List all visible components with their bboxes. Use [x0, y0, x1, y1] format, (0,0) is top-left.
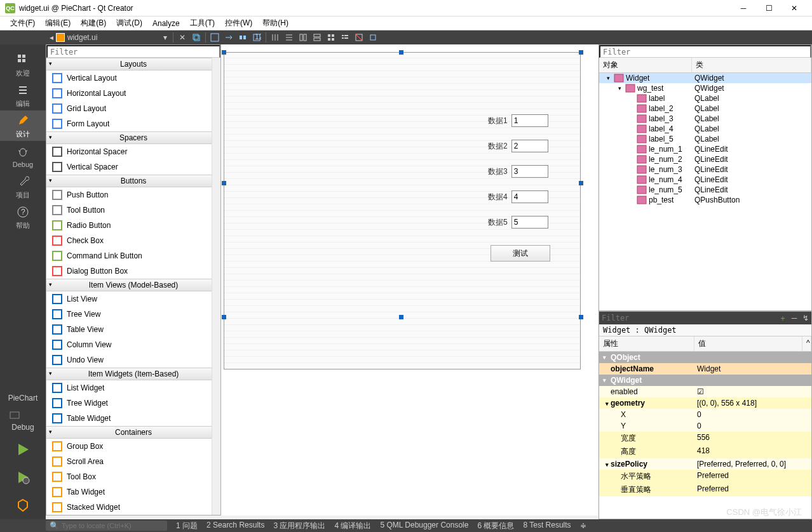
object-row[interactable]: label_4QLabel [599, 124, 811, 134]
mode-设计[interactable]: 设计 [0, 110, 46, 141]
resize-handle[interactable] [222, 50, 226, 55]
status-pane-item[interactable]: 5 QML Debugger Console [380, 521, 468, 531]
widget-item[interactable]: Tab Widget [46, 484, 220, 500]
widget-item[interactable]: Vertical Spacer [46, 159, 220, 175]
object-row[interactable]: label_5QLabel [599, 134, 811, 144]
property-row[interactable]: 垂直策略Preferred [599, 483, 811, 496]
mode-编辑[interactable]: 编辑 [0, 80, 46, 110]
copy-icon[interactable] [190, 32, 203, 43]
status-pane-item[interactable]: 8 Test Results [523, 521, 571, 531]
property-row[interactable]: Y0 [599, 420, 811, 432]
property-row[interactable]: 高度418 [599, 445, 811, 458]
category-header[interactable]: ▾Item Views (Model-Based) [46, 279, 220, 291]
layout-form-icon[interactable] [339, 32, 351, 43]
widget-item[interactable]: Check Box [46, 233, 220, 248]
line-edit[interactable] [511, 216, 548, 229]
resize-handle[interactable] [222, 315, 226, 319]
category-header[interactable]: ▾Buttons [46, 175, 220, 187]
break-layout-icon[interactable] [353, 32, 365, 43]
object-row[interactable]: ▾WidgetQWidget [599, 73, 811, 83]
edit-tabs-icon[interactable]: 12 [250, 32, 263, 43]
widget-item[interactable]: Tool Button [46, 203, 220, 218]
status-pane-item[interactable]: 2 Search Results [206, 521, 264, 531]
property-value[interactable]: Preferred [694, 484, 811, 495]
widget-item[interactable]: Undo View [46, 352, 220, 368]
category-header[interactable]: ▾Layouts [46, 58, 220, 70]
remove-property-icon[interactable]: ─ [788, 312, 800, 324]
minimize-button[interactable]: ─ [731, 0, 756, 17]
resize-handle[interactable] [579, 315, 583, 319]
property-value[interactable]: [(0, 0), 556 x 418] [694, 399, 811, 408]
run-button[interactable] [11, 438, 34, 461]
dropdown-icon[interactable]: ▾ [163, 33, 167, 42]
close-tab-button[interactable]: ✕ [176, 32, 189, 43]
line-edit[interactable] [511, 165, 548, 178]
property-list[interactable]: ▾QObjectobjectNameWidget▾QWidgetenabled☑… [599, 352, 811, 496]
inspector-filter-input[interactable] [599, 45, 811, 58]
widget-item[interactable]: Command Link Button [46, 248, 220, 263]
widget-item[interactable]: Grid Layout [46, 101, 220, 116]
category-header[interactable]: ▾Item Widgets (Item-Based) [46, 368, 220, 380]
locator[interactable]: 🔍 [46, 521, 167, 531]
object-tree[interactable]: ▾WidgetQWidget▾wg_testQWidgetlabelQLabel… [599, 73, 811, 205]
settings-icon[interactable]: ↯ [800, 312, 811, 324]
property-row[interactable]: ▾geometry[(0, 0), 556 x 418] [599, 397, 811, 409]
mode-帮助[interactable]: ?帮助 [0, 202, 46, 232]
property-value[interactable]: 418 [694, 446, 811, 457]
object-row[interactable]: ▾wg_testQWidget [599, 83, 811, 93]
widget-item[interactable]: Tree View [46, 307, 220, 322]
category-header[interactable]: ▾Spacers [46, 131, 220, 144]
edit-widgets-icon[interactable] [208, 32, 221, 43]
layout-h-icon[interactable] [269, 32, 281, 43]
resize-handle[interactable] [222, 181, 226, 185]
object-row[interactable]: le_num_2QLineEdit [599, 154, 811, 164]
widget-item[interactable]: Tool Box [46, 469, 220, 484]
widget-item[interactable]: Group Box [46, 439, 220, 454]
property-row[interactable]: ▾sizePolicy[Preferred, Preferred, 0, 0] [599, 458, 811, 470]
form-canvas[interactable]: 数据1数据2数据3数据4数据5 测试 [221, 44, 598, 515]
mode-项目[interactable]: 项目 [0, 171, 46, 202]
property-value[interactable]: 0 [694, 410, 811, 419]
property-row[interactable]: enabled☑ [599, 386, 811, 397]
resize-handle[interactable] [579, 181, 583, 185]
status-pane-item[interactable]: 6 概要信息 [477, 521, 514, 531]
mode-欢迎[interactable]: 欢迎 [0, 50, 46, 80]
resize-handle[interactable] [399, 50, 403, 55]
layout-v-icon[interactable] [283, 32, 295, 43]
line-edit[interactable] [511, 140, 548, 152]
object-row[interactable]: le_num_3QLineEdit [599, 164, 811, 175]
kit-name[interactable]: PieChart [8, 394, 38, 402]
scroll-arrow-icon[interactable]: ^ [802, 336, 811, 351]
property-row[interactable]: X0 [599, 409, 811, 420]
status-pane-item[interactable]: 4 编译输出 [334, 521, 371, 531]
scrollbar[interactable] [212, 58, 220, 515]
property-row[interactable]: 水平策略Preferred [599, 470, 811, 483]
property-row[interactable]: 宽度556 [599, 432, 811, 445]
menu-item[interactable]: 工具(T) [185, 17, 220, 30]
widget-item[interactable]: Vertical Layout [46, 70, 220, 86]
layout-vsplit-icon[interactable] [311, 32, 323, 43]
menu-item[interactable]: 帮助(H) [257, 17, 294, 30]
widget-item[interactable]: Dialog Button Box [46, 263, 220, 279]
widget-item[interactable]: Scroll Area [46, 454, 220, 469]
edit-signals-icon[interactable] [222, 32, 235, 43]
property-value[interactable]: ☑ [694, 387, 811, 396]
widget-item[interactable]: Push Button [46, 187, 220, 203]
widget-item[interactable]: Stacked Widget [46, 500, 220, 515]
adjust-size-icon[interactable] [367, 32, 379, 43]
property-value[interactable]: [Preferred, Preferred, 0, 0] [694, 460, 811, 469]
locator-input[interactable] [62, 522, 163, 529]
layout-hsplit-icon[interactable] [297, 32, 309, 43]
object-row[interactable]: le_num_5QLineEdit [599, 185, 811, 195]
menu-item[interactable]: 构建(B) [76, 17, 111, 30]
object-row[interactable]: le_num_4QLineEdit [599, 175, 811, 185]
run-debug-button[interactable] [11, 466, 34, 489]
object-row[interactable]: labelQLabel [599, 93, 811, 103]
add-property-icon[interactable]: ＋ [777, 312, 788, 324]
property-value[interactable]: Preferred [694, 471, 811, 482]
property-group[interactable]: ▾QWidget [599, 375, 811, 386]
object-row[interactable]: label_3QLabel [599, 114, 811, 124]
menu-item[interactable]: 文件(F) [5, 17, 40, 30]
resize-handle[interactable] [399, 315, 403, 319]
build-button[interactable] [11, 494, 34, 517]
